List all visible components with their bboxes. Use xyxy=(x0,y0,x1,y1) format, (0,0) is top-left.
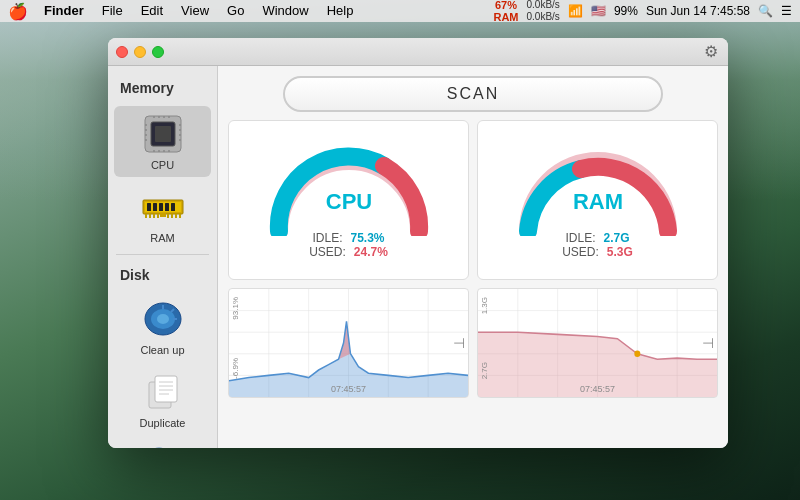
disk-section-title: Disk xyxy=(108,259,217,289)
cleanup-label: Clean up xyxy=(140,344,184,356)
menubar-help[interactable]: Help xyxy=(319,0,362,22)
battery-indicator: 99% xyxy=(614,4,638,18)
minimize-button[interactable] xyxy=(134,46,146,58)
flag-icon: 🇺🇸 xyxy=(591,4,606,18)
menubar-edit[interactable]: Edit xyxy=(133,0,171,22)
ram-label: RAM xyxy=(150,232,174,244)
duplicate-label: Duplicate xyxy=(140,417,186,429)
sidebar-item-cpu[interactable]: CPU xyxy=(114,106,211,177)
content-area: SCAN CPU xyxy=(218,66,728,448)
memory-section-title: Memory xyxy=(108,76,217,104)
svg-rect-33 xyxy=(175,214,177,218)
sidebar-item-duplicate[interactable]: Duplicate xyxy=(114,364,211,435)
cpu-chart-collapse-btn[interactable]: ⊣ xyxy=(453,335,465,351)
scan-button-row: SCAN xyxy=(228,76,718,112)
cpu-chart-y-bottom: -6.9% xyxy=(231,358,240,379)
cpu-chart-panel: 07:45:57 93.1% -6.9% ⊣ xyxy=(228,288,469,398)
svg-rect-34 xyxy=(179,214,181,218)
duplicate-icon xyxy=(141,370,185,414)
svg-rect-31 xyxy=(167,214,169,218)
menubar-view[interactable]: View xyxy=(173,0,217,22)
window-body: Memory xyxy=(108,66,728,448)
svg-rect-22 xyxy=(153,203,157,211)
ram-idle-value: 2.7G xyxy=(603,231,629,245)
cpu-icon xyxy=(141,112,185,156)
svg-rect-28 xyxy=(149,214,151,218)
svg-text:RAM: RAM xyxy=(572,189,622,214)
network-speed: 0.0kB/s 0.0kB/s xyxy=(527,0,560,23)
svg-rect-42 xyxy=(155,376,177,402)
menubar-window[interactable]: Window xyxy=(254,0,316,22)
ram-chart-y-top: 1.3G xyxy=(480,297,489,314)
cpu-label: CPU xyxy=(151,159,174,171)
ram-chart-collapse-btn[interactable]: ⊣ xyxy=(702,335,714,351)
ram-gauge-svg: RAM xyxy=(513,141,683,236)
ram-used-label: USED: xyxy=(562,245,599,259)
menubar-file[interactable]: File xyxy=(94,0,131,22)
svg-rect-21 xyxy=(147,203,151,211)
menubar-go[interactable]: Go xyxy=(219,0,252,22)
search-icon[interactable]: 🔍 xyxy=(758,4,773,18)
unused-icon: ? xyxy=(141,443,185,448)
maximize-button[interactable] xyxy=(152,46,164,58)
cpu-idle-value: 75.3% xyxy=(350,231,384,245)
ram-gauge-stats: IDLE: 2.7G USED: 5.3G xyxy=(562,231,633,259)
cpu-used-row: USED: 24.7% xyxy=(309,245,388,259)
ram-chart-panel: 07:45:57 1.3G 2.7G ⊣ xyxy=(477,288,718,398)
sidebar-divider xyxy=(116,254,209,255)
svg-point-74 xyxy=(634,351,640,357)
cpu-used-value: 24.7% xyxy=(354,245,388,259)
svg-rect-29 xyxy=(153,214,155,218)
wifi-icon: 📶 xyxy=(568,4,583,18)
cleanup-icon xyxy=(141,297,185,341)
menubar-finder[interactable]: Finder xyxy=(36,0,92,22)
ram-idle-label: IDLE: xyxy=(565,231,595,245)
cpu-chart-svg xyxy=(229,289,468,397)
cpu-used-label: USED: xyxy=(309,245,346,259)
cpu-chart-timestamp: 07:45:57 xyxy=(331,384,366,394)
svg-rect-27 xyxy=(145,214,147,218)
cpu-chart-y-top: 93.1% xyxy=(231,297,240,320)
svg-rect-24 xyxy=(165,203,169,211)
sidebar-item-unused[interactable]: ? Unused files xyxy=(114,437,211,448)
ram-used-value: 5.3G xyxy=(607,245,633,259)
menubar-right: 67% RAM 0.0kB/s 0.0kB/s 📶 🇺🇸 99% Sun Jun… xyxy=(493,0,792,23)
menubar: 🍎 Finder File Edit View Go Window Help 6… xyxy=(0,0,800,22)
ram-icon xyxy=(141,185,185,229)
ram-used-row: USED: 5.3G xyxy=(562,245,633,259)
gear-icon[interactable]: ⚙ xyxy=(704,42,718,61)
svg-rect-32 xyxy=(171,214,173,218)
ram-chart-timestamp: 07:45:57 xyxy=(580,384,615,394)
window-controls xyxy=(116,46,164,58)
ram-chart-svg xyxy=(478,289,717,397)
datetime: Sun Jun 14 7:45:58 xyxy=(646,4,750,18)
svg-rect-30 xyxy=(157,214,159,218)
ram-chart-y-bottom: 2.7G xyxy=(480,362,489,379)
sidebar-item-ram[interactable]: RAM xyxy=(114,179,211,250)
svg-rect-25 xyxy=(171,203,175,211)
gauges-row: CPU IDLE: 75.3% USED: 24.7% xyxy=(228,120,718,280)
close-button[interactable] xyxy=(116,46,128,58)
ram-usage-indicator: 67% RAM xyxy=(493,0,518,23)
cpu-gauge-stats: IDLE: 75.3% USED: 24.7% xyxy=(309,231,388,259)
charts-row: 07:45:57 93.1% -6.9% ⊣ xyxy=(228,288,718,398)
cpu-gauge-panel: CPU IDLE: 75.3% USED: 24.7% xyxy=(228,120,469,280)
svg-rect-2 xyxy=(155,126,171,142)
cpu-gauge-svg: CPU xyxy=(264,141,434,236)
apple-menu[interactable]: 🍎 xyxy=(8,2,28,21)
cpu-idle-row: IDLE: 75.3% xyxy=(312,231,384,245)
cpu-idle-label: IDLE: xyxy=(312,231,342,245)
ram-idle-row: IDLE: 2.7G xyxy=(565,231,629,245)
ram-gauge-panel: RAM IDLE: 2.7G USED: 5.3G xyxy=(477,120,718,280)
svg-text:CPU: CPU xyxy=(325,189,371,214)
title-bar: ⚙ xyxy=(108,38,728,66)
sidebar-item-cleanup[interactable]: Clean up xyxy=(114,291,211,362)
scan-button[interactable]: SCAN xyxy=(283,76,663,112)
app-window: ⚙ Memory xyxy=(108,38,728,448)
svg-rect-26 xyxy=(160,213,166,217)
sidebar: Memory xyxy=(108,66,218,448)
menu-icon[interactable]: ☰ xyxy=(781,4,792,18)
svg-rect-23 xyxy=(159,203,163,211)
svg-point-37 xyxy=(157,314,169,324)
